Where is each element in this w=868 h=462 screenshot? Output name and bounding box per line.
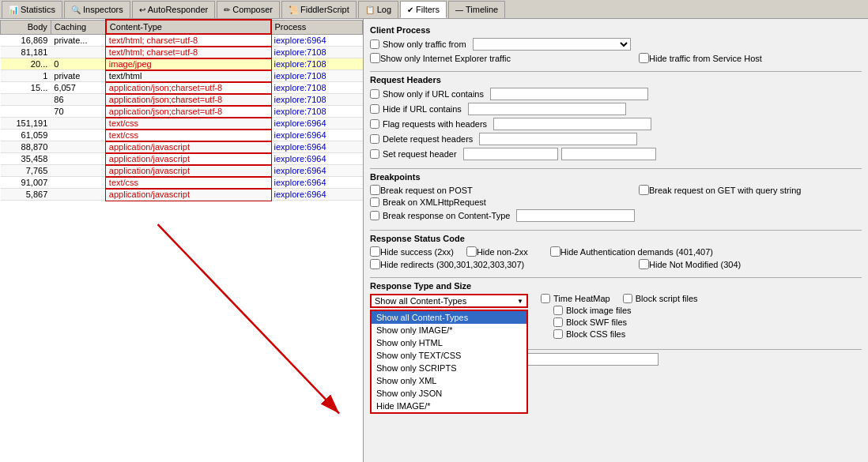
break-content-type-row: Break response on Content-Type (370, 209, 862, 222)
dropdown-item-html[interactable]: Show only HTML (372, 336, 526, 349)
cell-body: 91,007 (1, 177, 51, 189)
hide-url-input[interactable] (468, 103, 626, 115)
hide-non2xx-label: Hide non-2xx (477, 247, 528, 257)
show-only-traffic-checkbox[interactable] (370, 39, 379, 49)
dropdown-item-image[interactable]: Show only IMAGE/* (372, 324, 526, 336)
cell-content-type: application/json;charset=utf-8 (106, 94, 271, 106)
delete-headers-checkbox[interactable] (370, 134, 379, 144)
hide-url-checkbox[interactable] (370, 104, 379, 114)
dropdown-item-textcss[interactable]: Show only TEXT/CSS (372, 349, 526, 362)
cell-content-type: application/javascript (106, 141, 271, 153)
content-type-dropdown[interactable]: Show all Content-Types ▼ (370, 294, 528, 308)
cell-caching (51, 47, 106, 58)
content-type-dropdown-menu[interactable]: Show all Content-Types Show only IMAGE/*… (370, 310, 528, 414)
break-content-type-label: Break response on Content-Type (383, 211, 510, 220)
table-row[interactable]: 70application/json;charset=utf-8iexplore… (1, 106, 363, 118)
set-request-header-row: Set request header (370, 148, 862, 160)
tab-inspectors[interactable]: 🔍 Inspectors (64, 1, 130, 18)
col-header-body[interactable]: Body (1, 20, 51, 34)
cell-caching: 70 (51, 106, 106, 118)
left-panel: Body Caching Content-Type Process 16,869… (0, 19, 364, 462)
sessions-table: Body Caching Content-Type Process 16,869… (0, 19, 363, 201)
block-script-checkbox[interactable] (623, 294, 632, 303)
client-process-section: Client Process Show only traffic from Sh… (370, 25, 862, 63)
show-only-url-checkbox[interactable] (370, 89, 379, 99)
col-header-content-type[interactable]: Content-Type (106, 20, 271, 34)
cell-content-type: application/json;charset=utf-8 (106, 106, 271, 118)
traffic-from-dropdown[interactable] (473, 38, 631, 51)
block-image-checkbox[interactable] (553, 306, 563, 315)
tab-timeline[interactable]: — Timeline (448, 1, 505, 18)
sessions-scroll[interactable]: Body Caching Content-Type Process 16,869… (0, 19, 363, 462)
cell-content-type: application/javascript (106, 153, 271, 165)
table-row[interactable]: 91,007text/cssiexplore:6964 (1, 177, 363, 189)
show-only-url-input[interactable] (490, 88, 648, 100)
set-header-name-input[interactable] (463, 148, 558, 160)
cell-process: iexplore:6964 (271, 165, 363, 177)
hide-success-checkbox[interactable] (370, 246, 380, 257)
break-get-checkbox[interactable] (639, 185, 649, 195)
dropdown-item-hide-image[interactable]: Hide IMAGE/* (372, 400, 526, 412)
show-only-traffic-row: Show only traffic from (370, 38, 862, 51)
table-row[interactable]: 61,059text/cssiexplore:6964 (1, 130, 363, 141)
content-type-dropdown-container: Show all Content-Types ▼ Show all Conten… (370, 294, 528, 308)
autoresponder-icon: ↩ (139, 6, 145, 14)
tab-filters[interactable]: ✔ Filters (400, 1, 447, 18)
table-row[interactable]: 5,867application/javascriptiexplore:6964 (1, 189, 363, 201)
break-content-type-input[interactable] (516, 209, 635, 222)
time-heatmap-label: Time HeatMap (553, 294, 610, 303)
hide-non2xx-checkbox[interactable] (466, 246, 477, 257)
tab-statistics[interactable]: 📊 Statistics (2, 1, 62, 18)
table-row[interactable]: 20...0image/jpegiexplore:7108 (1, 58, 363, 70)
table-row[interactable]: 151,191text/cssiexplore:6964 (1, 118, 363, 130)
flag-requests-checkbox[interactable] (370, 119, 379, 129)
col-header-process[interactable]: Process (271, 20, 363, 34)
block-css-checkbox[interactable] (553, 329, 563, 339)
divider-4 (370, 277, 862, 278)
hide-not-modified-checkbox[interactable] (639, 259, 649, 269)
cell-body: 88,870 (1, 141, 51, 153)
table-row[interactable]: 35,458application/javascriptiexplore:696… (1, 153, 363, 165)
main-layout: Body Caching Content-Type Process 16,869… (0, 19, 868, 462)
breakpoints-title: Breakpoints (370, 172, 862, 182)
response-type-controls-row: Show all Content-Types ▼ Show all Conten… (370, 294, 862, 341)
table-row[interactable]: 16,869private...text/html; charset=utf-8… (1, 34, 363, 47)
hide-traffic-service-host-checkbox[interactable] (639, 53, 649, 63)
divider-3 (370, 230, 862, 231)
cell-process: iexplore:7108 (271, 47, 363, 58)
table-row[interactable]: 81,181text/html; charset=utf-8iexplore:7… (1, 47, 363, 58)
cell-caching: private... (51, 34, 106, 47)
flag-requests-input[interactable] (493, 118, 651, 130)
block-swf-label: Block SWF files (566, 317, 627, 327)
table-row[interactable]: 15...6,057application/json;charset=utf-8… (1, 82, 363, 94)
table-row[interactable]: 88,870application/javascriptiexplore:696… (1, 141, 363, 153)
break-post-checkbox[interactable] (370, 185, 380, 195)
hide-redirects-checkbox[interactable] (370, 259, 380, 269)
show-only-ie-checkbox[interactable] (370, 53, 380, 63)
table-row[interactable]: 86application/json;charset=utf-8iexplore… (1, 94, 363, 106)
table-row[interactable]: 1privatetext/htmliexplore:7108 (1, 70, 363, 82)
table-row[interactable]: 7,765application/javascriptiexplore:6964 (1, 165, 363, 177)
break-xmlhttp-checkbox[interactable] (370, 197, 379, 207)
dropdown-item-json[interactable]: Show only JSON (372, 387, 526, 400)
dropdown-item-all[interactable]: Show all Content-Types (372, 311, 526, 324)
block-swf-checkbox[interactable] (553, 317, 563, 327)
cell-process: iexplore:6964 (271, 141, 363, 153)
dropdown-item-scripts[interactable]: Show only SCRIPTS (372, 362, 526, 374)
break-get-label: Break request on GET with query string (649, 186, 801, 195)
cell-process: iexplore:7108 (271, 94, 363, 106)
break-content-type-checkbox[interactable] (370, 211, 379, 220)
tab-fiddlerscript[interactable]: 📜 FiddlerScript (281, 1, 357, 18)
tab-autoresponder[interactable]: ↩ AutoResponder (132, 1, 215, 18)
tab-composer[interactable]: ✏ Composer (217, 1, 280, 18)
set-header-value-input[interactable] (561, 148, 656, 160)
hide-auth-checkbox[interactable] (550, 246, 560, 257)
set-header-checkbox[interactable] (370, 149, 379, 159)
tab-log[interactable]: 📋 Log (358, 1, 398, 18)
dropdown-item-xml[interactable]: Show only XML (372, 374, 526, 387)
col-header-caching[interactable]: Caching (51, 20, 106, 34)
delete-headers-input[interactable] (479, 133, 637, 145)
cell-process: iexplore:7108 (271, 70, 363, 82)
cell-body: 20... (1, 58, 51, 70)
time-heatmap-checkbox[interactable] (541, 294, 550, 303)
